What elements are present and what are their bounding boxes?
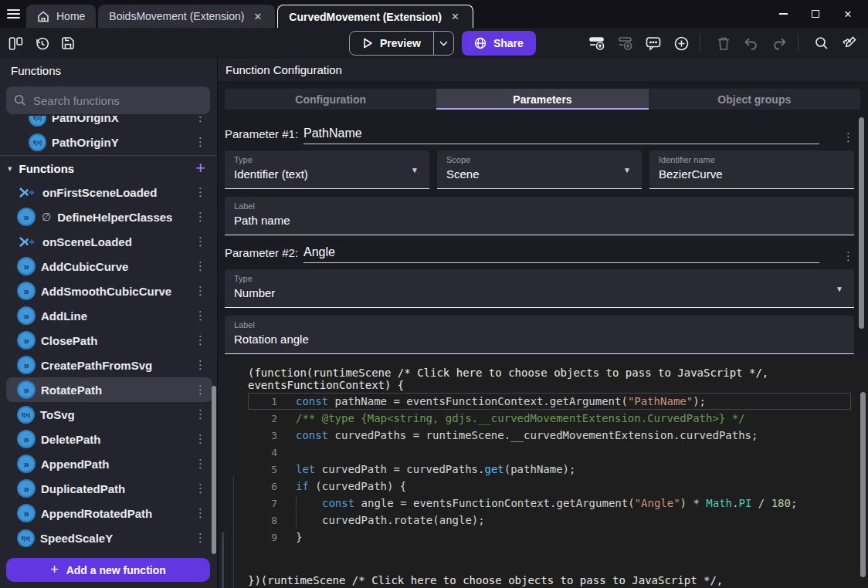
list-item[interactable]: » AddSmoothCubicCurve ⋮ <box>6 279 212 303</box>
indent-guide <box>296 495 322 511</box>
edit-extension-icon[interactable] <box>839 32 860 54</box>
parameter-menu-icon[interactable]: ⋮ <box>836 249 854 263</box>
search-functions-box[interactable] <box>6 86 210 114</box>
undo-icon[interactable] <box>741 32 762 54</box>
scope-select[interactable]: Scope Scene ▼ <box>437 150 642 189</box>
list-item-selected[interactable]: » RotatePath ⋮ <box>6 377 212 402</box>
code-line[interactable]: 6if (curvedPath) { <box>248 478 851 495</box>
add-event-icon[interactable] <box>587 32 609 54</box>
list-item[interactable]: f(x) ToSvg ⋮ <box>6 402 212 427</box>
list-item[interactable]: » DuplicatedPath ⋮ <box>6 476 212 501</box>
expression-function-icon: f(x) <box>30 116 45 125</box>
list-item[interactable]: » DeletePath ⋮ <box>6 427 212 451</box>
identifier-name-field[interactable]: Identifier name BezierCurve <box>649 150 854 189</box>
item-menu-icon[interactable]: ⋮ <box>188 185 212 199</box>
functions-section-header[interactable]: ▾ Functions + <box>6 157 212 180</box>
js-code-editor[interactable]: (function(runtimeScene /* Click here to … <box>239 363 868 588</box>
tab-curvedmovement[interactable]: CurvedMovement (Extension) ✕ <box>277 5 473 28</box>
list-item[interactable]: » ∅ DefineHelperClasses ⋮ <box>6 204 212 229</box>
list-item[interactable]: » ClosePath ⋮ <box>6 328 212 353</box>
tab-object-groups[interactable]: Object groups <box>649 89 860 110</box>
item-menu-icon[interactable]: ⋮ <box>188 309 212 323</box>
item-menu-icon[interactable]: ⋮ <box>188 407 212 421</box>
preview-options-chevron[interactable] <box>433 32 453 55</box>
config-scrollbar[interactable] <box>859 117 864 329</box>
item-menu-icon[interactable]: ⋮ <box>188 235 212 248</box>
sidebar-scrollbar[interactable] <box>212 386 216 554</box>
list-item[interactable]: » CreatePathFromSvg ⋮ <box>6 353 212 377</box>
code-line[interactable]: 3const curvedPaths = runtimeScene.__curv… <box>248 427 851 444</box>
code-line[interactable]: 9} <box>248 529 851 546</box>
close-tab-icon[interactable]: ✕ <box>251 9 264 24</box>
item-menu-icon[interactable]: ⋮ <box>188 135 212 149</box>
code-line[interactable]: 5let curvedPath = curvedPaths.get(pathNa… <box>248 461 851 478</box>
list-item[interactable]: » AddCubicCurve ⋮ <box>6 254 212 279</box>
project-manager-icon[interactable] <box>5 32 26 54</box>
add-other-event-icon[interactable] <box>670 32 692 54</box>
list-divider <box>0 155 217 156</box>
share-button[interactable]: Share <box>462 31 536 56</box>
list-item[interactable]: » AddLine ⋮ <box>6 303 212 328</box>
tab-configuration[interactable]: Configuration <box>225 89 436 110</box>
code-scrollbar[interactable] <box>860 392 866 577</box>
item-menu-icon[interactable]: ⋮ <box>188 358 212 372</box>
item-menu-icon[interactable]: ⋮ <box>188 116 212 124</box>
label-field[interactable]: Label Rotation angle <box>225 316 854 354</box>
item-menu-icon[interactable]: ⋮ <box>188 531 212 545</box>
type-select[interactable]: Type Identifier (text) ▼ <box>225 150 429 189</box>
code-line[interactable]: 1const pathName = eventsFunctionContext.… <box>248 393 851 410</box>
add-subevent-icon[interactable] <box>615 32 636 54</box>
code-wrapper-footer: })(runtimeScene /* Click here to choose … <box>248 549 868 588</box>
tab-parameters[interactable]: Parameters <box>436 89 648 110</box>
event-drag-handle[interactable] <box>222 532 224 588</box>
redo-icon[interactable] <box>768 32 790 54</box>
list-item[interactable]: onFirstSceneLoaded ⋮ <box>6 180 212 204</box>
code-line[interactable]: 8curvedPath.rotate(angle); <box>248 512 851 529</box>
list-item[interactable]: f(x) PathOriginY ⋮ <box>6 130 212 154</box>
save-icon[interactable] <box>57 32 79 54</box>
tab-home[interactable]: Home <box>26 5 96 28</box>
item-menu-icon[interactable]: ⋮ <box>188 482 212 495</box>
maximize-button[interactable] <box>809 8 822 20</box>
list-item[interactable]: onSceneLoaded ⋮ <box>6 229 212 254</box>
code-line[interactable]: 7const angle = eventsFunctionContext.get… <box>248 495 851 512</box>
item-menu-icon[interactable]: ⋮ <box>188 457 212 471</box>
search-functions-input[interactable] <box>33 94 202 107</box>
code-line[interactable]: 4 <box>248 444 851 461</box>
list-item[interactable]: f(x) SpeedScaleY ⋮ <box>6 525 212 550</box>
code-wrapper-header[interactable]: (function(runtimeScene /* Click here to … <box>248 367 868 379</box>
action-function-icon: » <box>19 456 34 471</box>
close-window-button[interactable]: ✕ <box>842 8 854 20</box>
item-menu-icon[interactable]: ⋮ <box>188 333 212 347</box>
parameter-name-input[interactable]: PathName <box>303 127 819 144</box>
indent-guide <box>296 512 322 528</box>
collapse-section-icon[interactable]: ▾ <box>8 164 12 174</box>
close-tab-icon[interactable]: ✕ <box>449 9 462 24</box>
add-function-icon[interactable]: + <box>188 158 212 178</box>
item-menu-icon[interactable]: ⋮ <box>188 284 212 298</box>
label-field[interactable]: Label Path name <box>225 197 854 235</box>
item-menu-icon[interactable]: ⋮ <box>188 383 212 397</box>
item-menu-icon[interactable]: ⋮ <box>188 259 212 273</box>
tab-boidsmovement[interactable]: BoidsMovement (Extension) ✕ <box>98 5 275 28</box>
parameter-menu-icon[interactable]: ⋮ <box>836 130 854 144</box>
search-icon[interactable] <box>811 32 832 54</box>
list-item[interactable]: » AppendPath ⋮ <box>6 451 212 476</box>
menu-icon[interactable] <box>0 0 26 28</box>
item-menu-icon[interactable]: ⋮ <box>188 432 212 446</box>
parameter-name-input[interactable]: Angle <box>303 245 819 263</box>
item-menu-icon[interactable]: ⋮ <box>188 210 212 224</box>
item-menu-icon[interactable]: ⋮ <box>188 506 212 520</box>
history-icon[interactable] <box>31 32 53 54</box>
lifecycle-function-icon <box>19 187 36 198</box>
minimize-button[interactable] <box>777 8 789 20</box>
preview-button[interactable]: Preview <box>350 32 433 55</box>
code-line[interactable]: 2/** @type {Map<string, gdjs.__curvedMov… <box>248 410 851 427</box>
type-select[interactable]: Type Number ▼ <box>225 269 854 308</box>
delete-icon[interactable] <box>713 32 734 54</box>
list-item[interactable]: f(x) PathOriginX ⋮ <box>6 116 212 130</box>
list-item[interactable]: » AppendRotatedPath ⋮ <box>6 501 212 525</box>
add-comment-icon[interactable] <box>643 32 664 54</box>
add-new-function-button[interactable]: + Add a new function <box>6 558 210 582</box>
functions-list: f(x) PathOriginX ⋮ f(x) PathOriginY ⋮ ▾ … <box>0 116 217 553</box>
